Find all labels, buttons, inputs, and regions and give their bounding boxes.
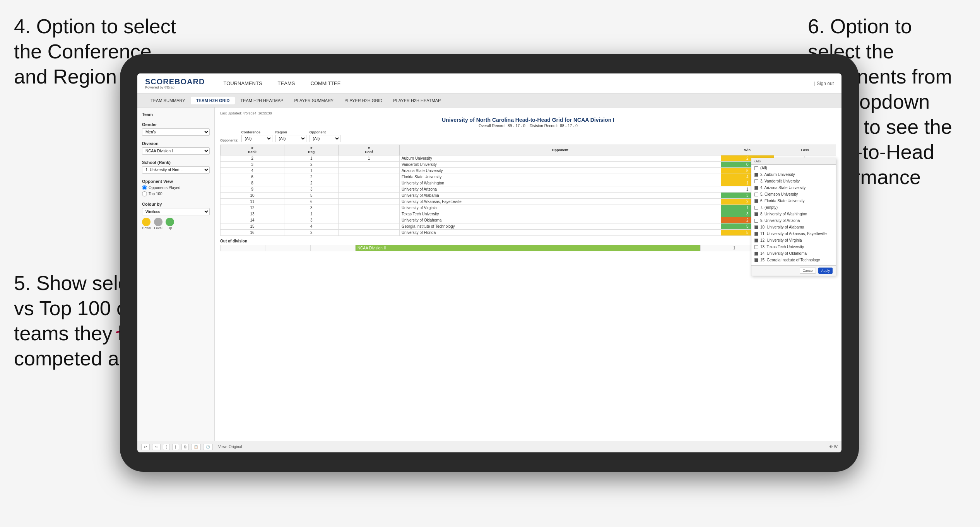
toolbar-forward[interactable]: ⟩: [172, 444, 179, 450]
subnav-team-h2h-heatmap[interactable]: TEAM H2H HEATMAP: [235, 97, 289, 104]
subnav-team-h2h-grid[interactable]: TEAM H2H GRID: [191, 97, 235, 104]
dropdown-item[interactable]: 11. University of Arkansas, Fayetteville: [751, 230, 836, 237]
cell-conf: 1: [339, 155, 400, 162]
cell-opponent: University of Alabama: [399, 193, 721, 199]
cell-rank: 14: [221, 217, 284, 223]
dropdown-item[interactable]: 12. University of Virginia: [751, 237, 836, 244]
dropdown-checkbox: [754, 166, 758, 170]
radio-opponents-played[interactable]: Opponents Played: [142, 185, 210, 190]
subnav-player-summary[interactable]: PLAYER SUMMARY: [289, 97, 339, 104]
dot-up: [166, 218, 174, 226]
sidebar-team-section: Team: [142, 112, 210, 117]
opponent-dropdown[interactable]: (All)(All)2. Auburn University3. Vanderb…: [751, 158, 836, 276]
cell-reg: 1: [284, 211, 339, 217]
div2-table: NCAA Division II 1 0: [220, 245, 836, 251]
table-row: 16 2 University of Florida 5 1: [221, 230, 836, 236]
filters-row: Opponents: Conference (All) Region (All): [220, 130, 836, 142]
opponent-filter-label: Opponent: [310, 130, 340, 134]
col-conf: #Conf: [339, 145, 400, 155]
data-area: Last Updated: 4/5/2024 16:55:38 Universi…: [215, 107, 841, 441]
cell-reg: 4: [284, 223, 339, 230]
nav-signout[interactable]: | Sign out: [814, 81, 834, 86]
subnav-team-summary[interactable]: TEAM SUMMARY: [145, 97, 191, 104]
col-win: Win: [721, 145, 774, 155]
cell-conf: [339, 205, 400, 211]
toolbar-back[interactable]: ⟨: [163, 444, 170, 450]
dropdown-item[interactable]: 7. (empty): [751, 204, 836, 211]
dropdown-checkbox: [754, 212, 758, 216]
dropdown-item[interactable]: 10. University of Alabama: [751, 224, 836, 230]
cell-opponent: Florida State University: [399, 174, 721, 180]
table-row: 3 2 Vanderbilt University 0 4: [221, 162, 836, 168]
dropdown-item[interactable]: 6. Florida State University: [751, 198, 836, 204]
region-filter-select[interactable]: (All): [275, 135, 306, 142]
cell-conf: [339, 168, 400, 174]
opponent-filter-select[interactable]: (All): [310, 135, 340, 142]
dropdown-item-label: (All): [760, 166, 767, 170]
dropdown-cancel-button[interactable]: Cancel: [800, 268, 816, 274]
sidebar-gender-select[interactable]: Men's: [142, 128, 210, 136]
sidebar-school-section: School (Rank) 1. University of Nort...: [142, 160, 210, 174]
cell-reg: 3: [284, 186, 339, 193]
cell-reg: 5: [284, 193, 339, 199]
sidebar-colour-label: Colour by: [142, 202, 210, 206]
toolbar-undo[interactable]: ↩: [141, 444, 150, 450]
sidebar-school-select[interactable]: 1. University of Nort...: [142, 166, 210, 174]
cell-opponent: University of Arkansas, Fayetteville: [399, 199, 721, 205]
table-row: 12 3 University of Virginia 1 3: [221, 205, 836, 211]
cell-rank: 10: [221, 193, 284, 199]
region-filter-label: Region: [275, 130, 306, 134]
dropdown-item-label: 15. Georgia Institute of Technology: [760, 258, 820, 262]
nav-teams[interactable]: TEAMS: [271, 78, 302, 89]
nav-tournaments[interactable]: TOURNAMENTS: [216, 78, 269, 89]
tablet-frame: SCOREBOARD Powered by ©Brad TOURNAMENTS …: [120, 54, 859, 472]
dropdown-item[interactable]: 13. Texas Tech University: [751, 244, 836, 250]
toolbar-bottom: ↩ ↪ ⟨ ⟩ ⎘ 📋 🕐 View: Original 👁 W: [137, 441, 841, 452]
dropdown-item[interactable]: 5. Clemson University: [751, 191, 836, 198]
dropdown-actions: CancelApply: [751, 265, 836, 276]
sidebar-division-select[interactable]: NCAA Division I: [142, 147, 210, 155]
sidebar-colour-section: Colour by Win/loss Down Level: [142, 202, 210, 230]
subnav-player-h2h-heatmap[interactable]: PLAYER H2H HEATMAP: [388, 97, 446, 104]
toolbar-paste[interactable]: 📋: [191, 444, 201, 450]
conference-filter-select[interactable]: (All): [241, 135, 272, 142]
nav-committee[interactable]: COMMITTEE: [303, 78, 347, 89]
dropdown-item[interactable]: 14. University of Oklahoma: [751, 250, 836, 257]
cell-reg: 6: [284, 199, 339, 205]
cell-opponent: University of Virginia: [399, 205, 721, 211]
table-row: 13 1 Texas Tech University 3 0: [221, 211, 836, 217]
radio-top100[interactable]: Top 100: [142, 191, 210, 196]
dropdown-item[interactable]: 2. Auburn University: [751, 171, 836, 178]
conference-filter-label: Conference: [241, 130, 272, 134]
cell-rank: 12: [221, 205, 284, 211]
toolbar-copy[interactable]: ⎘: [181, 444, 189, 450]
col-rank: #Rank: [221, 145, 284, 155]
cell-opponent: Vanderbilt University: [399, 162, 721, 168]
dropdown-item[interactable]: 4. Arizona State University: [751, 184, 836, 191]
dropdown-item[interactable]: 9. University of Arizona: [751, 217, 836, 224]
cell-rank: 15: [221, 223, 284, 230]
dropdown-item-label: 7. (empty): [760, 205, 778, 210]
dropdown-item[interactable]: 15. Georgia Institute of Technology: [751, 257, 836, 263]
cell-opponent: University of Florida: [399, 230, 721, 236]
cell-opponent: Texas Tech University: [399, 211, 721, 217]
sidebar-opponent-view-section: Opponent View Opponents Played Top 100: [142, 179, 210, 196]
table-row: 10 5 University of Alabama 3 0: [221, 193, 836, 199]
dropdown-item[interactable]: 3. Vanderbilt University: [751, 178, 836, 184]
dropdown-apply-button[interactable]: Apply: [818, 268, 833, 274]
dropdown-item-label: 2. Auburn University: [760, 172, 795, 177]
table-row: 14 3 University of Oklahoma 2 2: [221, 217, 836, 223]
dropdown-item[interactable]: (All): [751, 165, 836, 171]
dropdown-item[interactable]: 8. University of Washington: [751, 211, 836, 217]
dropdown-checkbox: [754, 239, 758, 242]
subnav-player-h2h-grid[interactable]: PLAYER H2H GRID: [339, 97, 388, 104]
dropdown-item-label: 16. University of Florida: [760, 264, 801, 265]
colour-dots: Down Level Up: [142, 218, 210, 230]
table-row: 8 2 University of Washington 1 0: [221, 180, 836, 186]
sidebar-division-section: Division NCAA Division I: [142, 141, 210, 155]
cell-rank: 4: [221, 168, 284, 174]
toolbar-clock[interactable]: 🕐: [203, 444, 213, 450]
toolbar-redo[interactable]: ↪: [152, 444, 161, 450]
sidebar-colour-select[interactable]: Win/loss: [142, 208, 210, 215]
cell-conf: [339, 217, 400, 223]
